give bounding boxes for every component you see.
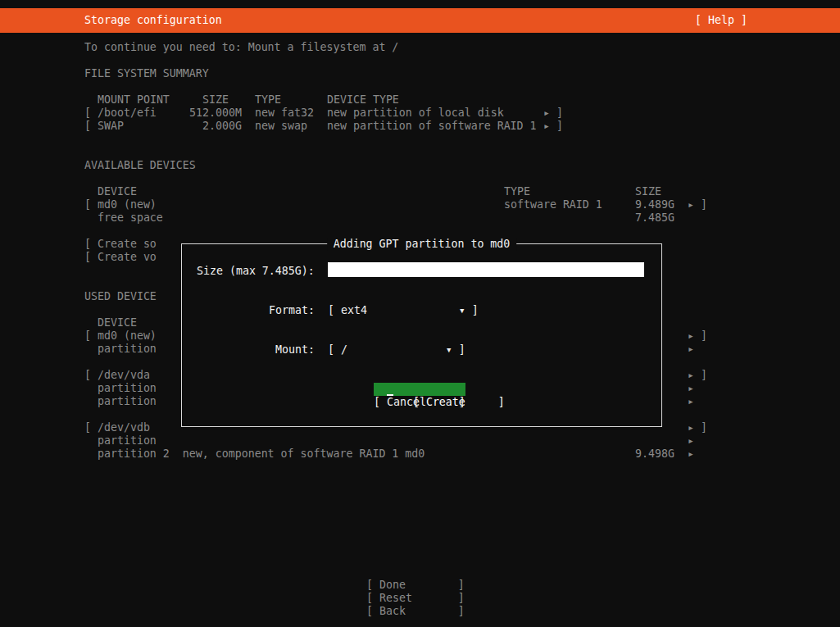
expand-arrow-icon: ▸ ] <box>688 329 707 343</box>
available-devices-header: DEVICE TYPE SIZE <box>0 185 840 198</box>
back-button[interactable]: [ Back ] <box>366 605 465 618</box>
format-select[interactable]: [ ext4 ▾ ] <box>328 304 479 317</box>
expand-arrow-icon: ▸ <box>688 382 694 395</box>
partition-label: partition <box>84 343 157 356</box>
create-button[interactable]: [ Create ] <box>374 383 465 396</box>
expand-arrow-icon: ▸ <box>688 434 694 448</box>
fs-size: 512.000M <box>189 107 242 120</box>
dialog-title: Adding GPT partition to md0 <box>327 238 517 251</box>
used-devices-title: USED DEVICE <box>84 290 157 303</box>
col-device: DEVICE <box>98 316 137 329</box>
device-row-md0[interactable]: [ md0 (new) software RAID 1 9.489G ▸ ] <box>0 198 840 211</box>
expand-arrow-icon: ▸ <box>688 395 694 408</box>
device-size: 7.485G <box>635 211 674 225</box>
fs-device-type: new partition of local disk <box>327 107 504 120</box>
partition-label: partition <box>84 434 157 448</box>
device-name: [ md0 (new) <box>84 329 157 343</box>
expand-arrow-icon: ▸ ] <box>543 107 563 120</box>
filesystem-summary-title: FILE SYSTEM SUMMARY <box>84 67 209 80</box>
text-cursor <box>387 383 393 396</box>
col-device-type: DEVICE TYPE <box>327 93 399 107</box>
device-size: 9.489G <box>635 198 674 211</box>
create-software-raid-action[interactable]: [ Create so <box>84 238 157 251</box>
free-space-row[interactable]: free space 7.485G <box>0 211 840 225</box>
mount-label: Mount: <box>275 343 315 357</box>
col-mount-point: MOUNT POINT <box>98 93 170 107</box>
col-type: TYPE <box>504 185 530 198</box>
expand-arrow-icon: ▸ ] <box>688 421 707 434</box>
filesystem-summary-header: MOUNT POINT SIZE TYPE DEVICE TYPE <box>0 93 840 107</box>
device-name: [ /dev/vdb <box>84 421 150 434</box>
reset-button[interactable]: [ Reset ] <box>366 592 465 605</box>
fs-type: new fat32 <box>255 107 314 120</box>
partition-row[interactable]: partition ▸ <box>0 434 840 448</box>
fs-device-type: new partition of software RAID 1 <box>327 120 537 133</box>
create-volume-group-action[interactable]: [ Create vo <box>84 251 157 264</box>
help-button[interactable]: [ Help ] <box>695 8 747 33</box>
partition-size: 9.498G <box>635 448 674 461</box>
device-name: [ /dev/vda <box>84 369 150 382</box>
size-label: Size (max 7.485G): <box>197 265 315 278</box>
partition-label: partition 2 new, component of software R… <box>84 448 425 461</box>
done-button[interactable]: [ Done ] <box>366 579 465 592</box>
available-devices-title: AVAILABLE DEVICES <box>84 159 196 172</box>
fs-summary-row[interactable]: [ /boot/efi 512.000M new fat32 new parti… <box>0 107 840 120</box>
fs-mount-point: [ /boot/efi <box>84 107 157 120</box>
fs-size: 2.000G <box>189 120 242 133</box>
storage-configuration-screen: Storage configuration [ Help ] To contin… <box>0 0 840 627</box>
title-bar: Storage configuration [ Help ] <box>0 8 840 33</box>
continue-notice: To continue you need to: Mount a filesys… <box>84 41 398 54</box>
device-name: [ md0 (new) <box>84 198 157 211</box>
expand-arrow-icon: ▸ ] <box>688 198 707 211</box>
page-title: Storage configuration <box>84 8 222 33</box>
fs-type: new swap <box>255 120 307 133</box>
fs-summary-row[interactable]: [ SWAP 2.000G new swap new partition of … <box>0 120 840 133</box>
expand-arrow-icon: ▸ <box>688 343 694 356</box>
expand-arrow-icon: ▸ ] <box>543 120 563 133</box>
col-size: SIZE <box>635 185 661 198</box>
partition-label: partition <box>84 382 157 395</box>
add-gpt-partition-dialog: Adding GPT partition to md0 Size (max 7.… <box>181 243 662 427</box>
col-device: DEVICE <box>98 185 137 198</box>
expand-arrow-icon: ▸ ] <box>688 369 707 382</box>
col-size: SIZE <box>202 93 229 107</box>
fs-mount-point: [ SWAP <box>84 120 124 133</box>
partition-label: partition <box>84 395 157 408</box>
mount-select[interactable]: [ / ▾ ] <box>328 343 465 357</box>
expand-arrow-icon: ▸ <box>688 448 694 461</box>
format-label: Format: <box>269 304 315 317</box>
size-input[interactable] <box>328 262 644 277</box>
partition-row[interactable]: partition 2 new, component of software R… <box>0 448 840 461</box>
device-name: free space <box>84 211 163 225</box>
cancel-button[interactable]: [ Cancel ] <box>374 396 465 409</box>
col-type: TYPE <box>255 93 281 107</box>
device-type: software RAID 1 <box>504 198 602 211</box>
